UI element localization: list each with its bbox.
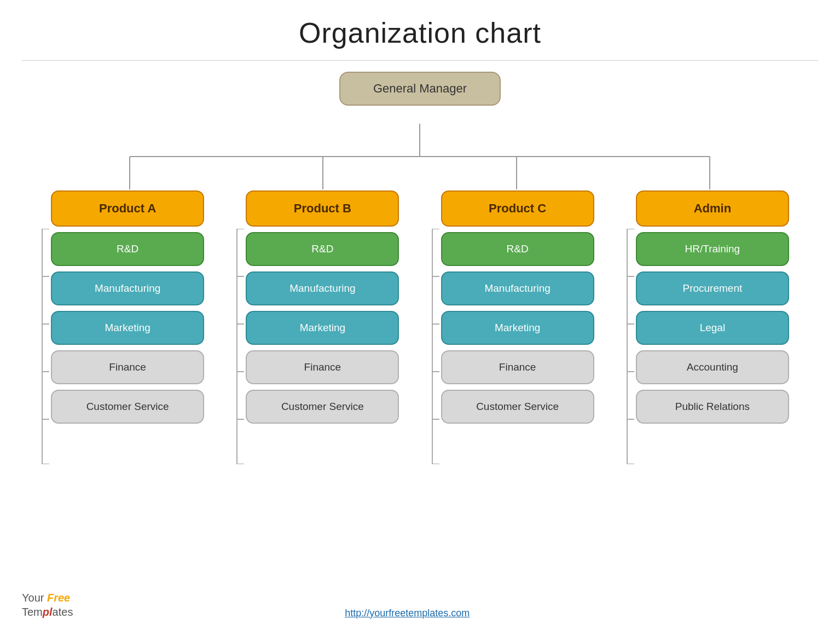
footer: Your Free Templates http://yourfreetempl… xyxy=(0,591,840,619)
node-accounting: Accounting xyxy=(636,350,789,384)
bracket-svg-b xyxy=(230,229,244,464)
node-rnd-b: R&D xyxy=(246,232,399,266)
node-cs-a: Customer Service xyxy=(51,390,204,424)
footer-logo-line1: Your Free xyxy=(22,591,73,605)
header-product-b: Product B xyxy=(246,190,399,227)
column-admin: Admin HR/Training Procurement Legal Acco… xyxy=(618,190,807,424)
node-finance-c: Finance xyxy=(441,350,594,384)
page-title: Organization chart xyxy=(0,0,840,60)
logo-ates: ates xyxy=(53,605,73,619)
header-admin: Admin xyxy=(636,190,789,227)
bracket-svg-c xyxy=(425,229,439,464)
node-marketing-a: Marketing xyxy=(51,311,204,345)
footer-url-wrapper: http://yourfreetemplates.com xyxy=(73,608,741,619)
node-marketing-b: Marketing xyxy=(246,311,399,345)
logo-your: Your xyxy=(22,592,47,604)
node-finance-a: Finance xyxy=(51,350,204,384)
node-cs-c: Customer Service xyxy=(441,390,594,424)
footer-logo: Your Free Templates xyxy=(22,591,73,619)
node-manufacturing-c: Manufacturing xyxy=(441,271,594,305)
logo-free: Free xyxy=(47,592,70,604)
node-finance-b: Finance xyxy=(246,350,399,384)
header-product-a: Product A xyxy=(51,190,204,227)
node-legal: Legal xyxy=(636,311,789,345)
page-container: Organization chart General Manager xyxy=(0,0,840,630)
header-product-c: Product C xyxy=(441,190,594,227)
column-product-a: Product A R&D Manufacturing Marketing Fi… xyxy=(33,190,222,424)
logo-plate-icon: pl xyxy=(43,605,53,619)
bracket-svg-d xyxy=(620,229,634,464)
footer-logo-line2: Templates xyxy=(22,605,73,619)
node-hr: HR/Training xyxy=(636,232,789,266)
node-rnd-c: R&D xyxy=(441,232,594,266)
node-rnd-a: R&D xyxy=(51,232,204,266)
node-manufacturing-a: Manufacturing xyxy=(51,271,204,305)
columns-row: Product A R&D Manufacturing Marketing Fi… xyxy=(33,190,807,424)
node-procurement: Procurement xyxy=(636,271,789,305)
logo-temp: Tem xyxy=(22,605,43,619)
chart-area: General Manager xyxy=(0,61,840,478)
footer-url[interactable]: http://yourfreetemplates.com xyxy=(345,608,470,619)
gm-box: General Manager xyxy=(339,72,501,106)
bracket-svg-a xyxy=(35,229,49,464)
node-marketing-c: Marketing xyxy=(441,311,594,345)
node-pr: Public Relations xyxy=(636,390,789,424)
node-manufacturing-b: Manufacturing xyxy=(246,271,399,305)
column-product-c: Product C R&D Manufacturing Marketing Fi… xyxy=(423,190,612,424)
node-cs-b: Customer Service xyxy=(246,390,399,424)
column-product-b: Product B R&D Manufacturing Marketing Fi… xyxy=(228,190,417,424)
gm-row: General Manager xyxy=(33,72,807,106)
